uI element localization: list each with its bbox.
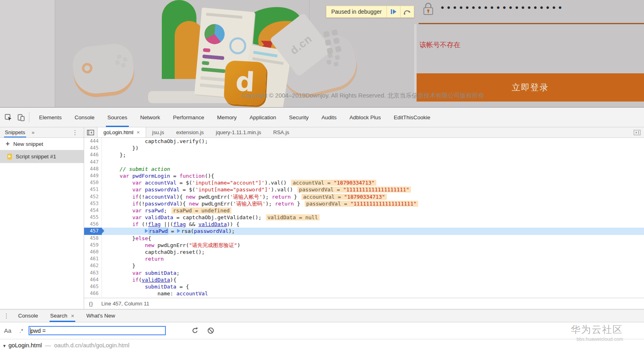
code-token [129,173,132,179]
line-number[interactable]: 457 [84,228,102,235]
clear-search-button[interactable] [207,327,214,334]
search-results-row[interactable]: ▼ goLogin.html — oauth.d.cn/auth/goLogin… [0,339,644,357]
code-line-452[interactable]: 452 if(!accountVal){ new pwdLgnErr('请输入帐… [84,193,644,200]
line-number[interactable]: 462 [84,262,102,269]
line-number[interactable]: 463 [84,270,102,276]
line-number[interactable]: 464 [84,276,102,283]
line-number[interactable]: 454 [84,207,102,214]
code-editor-area[interactable]: 444 captchaObj.verify();445 })446 };4474… [84,138,644,298]
line-content: name: accountVal [102,290,208,297]
line-number[interactable]: 447 [84,159,102,166]
tab-sources[interactable]: Sources [101,108,134,127]
code-line-466[interactable]: 466 name: accountVal [84,290,644,297]
drawer-tab-console[interactable]: Console [12,309,44,322]
tab-console[interactable]: Console [68,108,101,127]
navigator-menu-icon[interactable]: ⋮ [70,129,80,136]
code-line-450[interactable]: 450 var accountVal = $('input[name="acco… [84,179,644,186]
line-number[interactable]: 453 [84,200,102,207]
tab-memory[interactable]: Memory [211,108,243,127]
device-toolbar-button[interactable] [14,111,27,123]
disclosure-triangle-icon[interactable]: ▼ [2,344,6,348]
inspect-element-button[interactable] [2,111,14,123]
tab-performance[interactable]: Performance [167,108,211,127]
code-line-461[interactable]: 461 return [84,255,644,262]
code-token: '请输入密码' [233,201,266,207]
line-number[interactable]: 444 [84,138,102,145]
tab-editthiscookie[interactable]: EditThisCookie [387,108,437,127]
tab-elements[interactable]: Elements [33,108,68,127]
tab-application[interactable]: Application [243,108,283,127]
hide-navigator-button[interactable] [84,127,97,137]
snippet-list-item[interactable]: Script snippet #1 [0,150,84,163]
code-line-448[interactable]: 448 // submit action [84,166,644,172]
match-case-toggle[interactable]: Aa [4,327,11,334]
show-debugger-sidebar-button[interactable] [630,127,644,137]
file-tab-jsu-js[interactable]: jsu.js [146,127,170,137]
refresh-icon [192,327,198,334]
close-tab-icon[interactable]: × [71,313,74,319]
close-tab-icon[interactable]: × [136,129,140,135]
code-line-446[interactable]: 446 }; [84,152,644,158]
code-line-454[interactable]: 454 var rsaPwd;rsaPwd = undefined [84,207,644,214]
line-number[interactable]: 446 [84,152,102,158]
tab-snippets[interactable]: Snippets [4,127,26,137]
new-snippet-button[interactable]: + New snippet [0,138,84,150]
line-number[interactable]: 451 [84,186,102,193]
drawer-tab-what-s-new[interactable]: What's New [80,309,122,322]
line-number[interactable]: 465 [84,283,102,290]
regex-toggle[interactable]: .* [19,328,23,334]
line-content: if(validData){ [102,276,176,283]
code-token [107,180,132,186]
line-number[interactable]: 448 [84,166,102,172]
line-number[interactable]: 458 [84,235,102,242]
file-tab-rsa-js[interactable]: RSA.js [267,127,295,137]
file-tab-gologin-html[interactable]: goLogin.html× [97,127,146,137]
line-number[interactable]: 452 [84,193,102,200]
line-number[interactable]: 449 [84,172,102,179]
code-line-451[interactable]: 451 var passwordVal = $('input[name="pas… [84,186,644,193]
code-line-459[interactable]: 459 new pwdLgnErr("请先完成图形验证") [84,242,644,249]
pretty-print-button[interactable]: {} [89,301,93,307]
search-input[interactable] [29,326,166,335]
code-line-447[interactable]: 447 [84,159,644,166]
code-line-455[interactable]: 455 var validData = captchaObj.getValida… [84,214,644,221]
line-number[interactable]: 466 [84,290,102,297]
tab-security[interactable]: Security [283,108,315,127]
code-token: new [145,242,154,248]
drawer-tab-search[interactable]: Search× [44,309,80,322]
tab-network[interactable]: Network [134,108,167,127]
line-number[interactable]: 450 [84,179,102,186]
line-number[interactable]: 460 [84,249,102,255]
code-line-453[interactable]: 453 if(!passwordVal){ new pwdLgnErr('请输入… [84,200,644,207]
code-line-449[interactable]: 449 var pwdFormLogin = function(){ [84,172,644,179]
code-line-462[interactable]: 462 } [84,262,644,269]
line-number[interactable]: 461 [84,255,102,262]
code-line-464[interactable]: 464 if(validData){ [84,276,644,283]
line-number[interactable]: 445 [84,145,102,152]
tab-label: goLogin.html [103,129,133,135]
code-line-457[interactable]: 457 rsaPwd = rsa(passwordVal); [84,228,644,235]
resume-script-button[interactable] [386,6,400,17]
line-number[interactable]: 456 [84,221,102,228]
tab-label: jquery-1.11.1.min.js [216,129,261,135]
line-number[interactable]: 459 [84,242,102,249]
drawer-menu-icon[interactable]: ⋮ [1,309,12,322]
file-tab-jquery-1-11-1-min-js[interactable]: jquery-1.11.1.min.js [210,127,267,137]
code-token [107,277,132,283]
more-tabs-chevron-icon[interactable]: » [32,129,35,135]
tab-audits[interactable]: Audits [315,108,343,127]
code-line-460[interactable]: 460 captchaObj.reset(); [84,249,644,255]
password-lock-icon [422,2,435,18]
tab-adblock-plus[interactable]: Adblock Plus [343,108,387,127]
step-over-button[interactable] [400,6,414,17]
file-tab-extension-js[interactable]: extension.js [170,127,210,137]
code-line-444[interactable]: 444 captchaObj.verify(); [84,138,644,145]
code-line-456[interactable]: 456 if (!flag ||(flag && validData)) { [84,221,644,228]
code-line-463[interactable]: 463 var submitData; [84,270,644,276]
code-line-458[interactable]: 458 }else{ [84,235,644,242]
refresh-search-button[interactable] [192,327,198,334]
password-field-value[interactable]: •••••••••••••••••••• [440,3,564,13]
line-number[interactable]: 455 [84,214,102,221]
code-line-465[interactable]: 465 submitData = { [84,283,644,290]
code-line-445[interactable]: 445 }) [84,145,644,152]
